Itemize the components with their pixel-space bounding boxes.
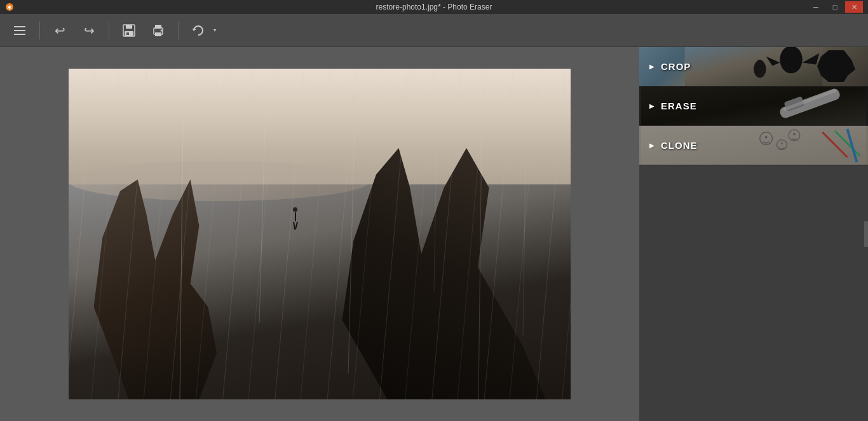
main-layout: ▶ CROP	[0, 47, 868, 421]
expand-handle[interactable]: ❯	[864, 221, 868, 247]
erase-section[interactable]: ▶ ERASE	[639, 86, 868, 126]
svg-rect-3	[126, 25, 132, 29]
canvas-area	[0, 47, 639, 421]
erase-label: ERASE	[661, 100, 697, 111]
titlebar-left: ✱	[5, 3, 17, 11]
redo-button[interactable]: ↪	[77, 18, 101, 43]
menu-line-1	[14, 26, 25, 27]
person-head	[293, 207, 297, 212]
svg-rect-7	[155, 25, 161, 29]
print-button[interactable]	[146, 18, 170, 43]
person-figure	[290, 207, 301, 233]
rotate-button[interactable]	[186, 18, 210, 43]
photo-canvas	[69, 69, 571, 399]
crop-content: ▶ CROP	[639, 61, 701, 72]
erase-arrow: ▶	[649, 102, 654, 109]
toolbar-separator-3	[178, 22, 179, 39]
save-icon	[122, 24, 136, 38]
maximize-button[interactable]: □	[826, 1, 844, 13]
menu-button[interactable]	[8, 18, 32, 43]
menu-line-2	[14, 30, 25, 31]
crop-arrow: ▶	[649, 63, 654, 70]
save-button[interactable]	[117, 18, 141, 43]
print-icon	[151, 24, 165, 38]
clone-content: ▶ CLONE	[639, 140, 708, 151]
undo-button[interactable]: ↩	[48, 18, 72, 43]
titlebar-title: restore-photo1.jpg* - Photo Eraser	[376, 3, 492, 11]
svg-rect-5	[126, 32, 129, 35]
titlebar-controls: ─ □ ✕	[807, 1, 863, 13]
close-button[interactable]: ✕	[845, 1, 863, 13]
person-legs	[293, 222, 298, 230]
rotate-dropdown-button[interactable]: ▾	[210, 18, 219, 43]
toolbar-separator-1	[39, 22, 40, 39]
right-panel: ▶ CROP	[639, 47, 868, 421]
erase-content: ▶ ERASE	[639, 100, 707, 111]
rotate-icon	[191, 24, 205, 38]
titlebar: ✱ restore-photo1.jpg* - Photo Eraser ─ □…	[0, 0, 868, 14]
clone-section[interactable]: ▶ CLONE	[639, 126, 868, 165]
clone-label: CLONE	[661, 140, 698, 151]
toolbar: ↩ ↪ ▾	[0, 14, 868, 47]
app-icon: ✱	[5, 3, 14, 11]
crop-label: CROP	[661, 61, 691, 72]
person-body	[295, 212, 296, 221]
minimize-button[interactable]: ─	[807, 1, 825, 13]
svg-rect-8	[155, 32, 161, 36]
person-leg-right	[295, 222, 298, 230]
svg-point-9	[161, 29, 163, 31]
clone-arrow: ▶	[649, 142, 654, 149]
svg-text:✱: ✱	[7, 4, 12, 11]
menu-line-3	[14, 34, 25, 35]
toolbar-separator-2	[109, 22, 109, 39]
hamburger-icon	[14, 26, 25, 35]
rotate-group: ▾	[186, 18, 219, 43]
crop-section[interactable]: ▶ CROP	[639, 47, 868, 86]
